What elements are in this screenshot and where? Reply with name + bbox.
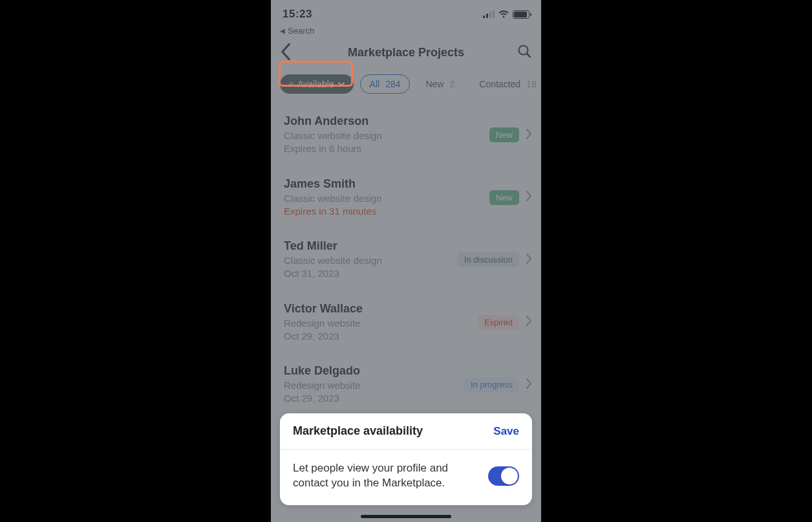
filter-all-count: 284 <box>385 79 400 89</box>
project-description: Classic website design <box>284 129 483 142</box>
availability-sheet: Marketplace availability Save Let people… <box>280 413 532 505</box>
project-list[interactable]: John AndersonClassic website designExpir… <box>271 104 541 416</box>
wifi-icon <box>498 10 509 18</box>
filter-all[interactable]: All 284 <box>360 74 411 94</box>
home-indicator[interactable] <box>361 515 451 518</box>
sheet-body: Let people view your profile and contact… <box>280 450 532 505</box>
toggle-knob-icon <box>501 468 518 484</box>
svg-line-1 <box>527 54 530 57</box>
status-badge: In progress <box>464 377 519 392</box>
filter-new-count: 2 <box>450 79 455 89</box>
project-description: Redesign website <box>284 379 458 392</box>
project-row[interactable]: Ted MillerClassic website designOct 31, … <box>284 229 541 292</box>
status-badge: New <box>489 127 519 142</box>
project-description: Classic website design <box>284 254 451 267</box>
back-button[interactable] <box>280 43 292 63</box>
status-badge: New <box>489 190 519 205</box>
status-badge: Expired <box>478 315 519 330</box>
project-row[interactable]: Luke DelgadoRedesign websiteOct 29, 2023… <box>284 354 541 416</box>
filter-new-label: New <box>425 79 443 89</box>
chevron-right-icon <box>526 316 532 329</box>
save-button[interactable]: Save <box>493 425 519 438</box>
project-row-body: James SmithClassic website designExpires… <box>284 177 483 219</box>
breadcrumb-label: Search <box>288 26 314 36</box>
status-bar: 15:23 <box>271 5 541 23</box>
project-meta: Oct 31, 2023 <box>284 267 451 280</box>
project-description: Redesign website <box>284 317 471 330</box>
availability-toggle[interactable] <box>488 466 519 486</box>
phone-frame: 15:23 ◀ Search Marketplace Projects Avai… <box>271 0 541 522</box>
filter-bar[interactable]: Available All 284 New 2 Contacted 18 I <box>271 65 541 104</box>
filter-contacted-label: Contacted <box>479 79 520 89</box>
project-client-name: John Anderson <box>284 114 483 128</box>
availability-label: Available <box>297 79 334 89</box>
breadcrumb-back-search[interactable]: ◀ Search <box>271 23 541 39</box>
search-button[interactable] <box>517 43 532 61</box>
page-header: Marketplace Projects <box>271 39 541 65</box>
project-row[interactable]: Victor WallaceRedesign websiteOct 29, 20… <box>284 292 541 354</box>
filter-new[interactable]: New 2 <box>416 74 464 94</box>
battery-icon <box>513 10 529 19</box>
cellular-signal-icon <box>483 10 495 18</box>
sheet-header: Marketplace availability Save <box>280 413 532 450</box>
project-client-name: Ted Miller <box>284 239 451 253</box>
project-meta: Expires in 6 hours <box>284 142 483 155</box>
page-title: Marketplace Projects <box>348 46 464 60</box>
project-meta: Oct 29, 2023 <box>284 330 471 343</box>
status-time: 15:23 <box>283 8 312 21</box>
project-meta: Oct 29, 2023 <box>284 392 458 405</box>
status-badge: In discussion <box>458 252 519 267</box>
chevron-right-icon <box>526 378 532 391</box>
filter-contacted[interactable]: Contacted 18 <box>470 74 541 94</box>
status-icons <box>483 10 529 19</box>
chevron-right-icon <box>526 254 532 266</box>
project-row[interactable]: James SmithClassic website designExpires… <box>284 167 541 230</box>
back-triangle-icon: ◀ <box>280 27 285 34</box>
project-row-body: John AndersonClassic website designExpir… <box>284 114 483 156</box>
project-row[interactable]: John AndersonClassic website designExpir… <box>284 104 541 167</box>
availability-filter-pill[interactable]: Available <box>280 74 354 94</box>
chevron-right-icon <box>526 129 532 142</box>
project-client-name: Victor Wallace <box>284 302 471 316</box>
project-client-name: James Smith <box>284 177 483 191</box>
project-meta: Expires in 31 minutes <box>284 205 483 218</box>
project-row-body: Ted MillerClassic website designOct 31, … <box>284 239 451 281</box>
project-description: Classic website design <box>284 192 483 205</box>
sheet-title: Marketplace availability <box>293 424 423 438</box>
chevron-down-icon <box>338 81 345 87</box>
project-row-body: Luke DelgadoRedesign websiteOct 29, 2023 <box>284 364 458 406</box>
project-row-body: Victor WallaceRedesign websiteOct 29, 20… <box>284 302 471 343</box>
sheet-description: Let people view your profile and contact… <box>293 461 479 491</box>
filter-contacted-count: 18 <box>526 79 537 89</box>
project-client-name: Luke Delgado <box>284 364 458 378</box>
availability-dot-icon <box>289 82 294 87</box>
chevron-right-icon <box>526 191 532 204</box>
filter-all-label: All <box>370 79 380 89</box>
